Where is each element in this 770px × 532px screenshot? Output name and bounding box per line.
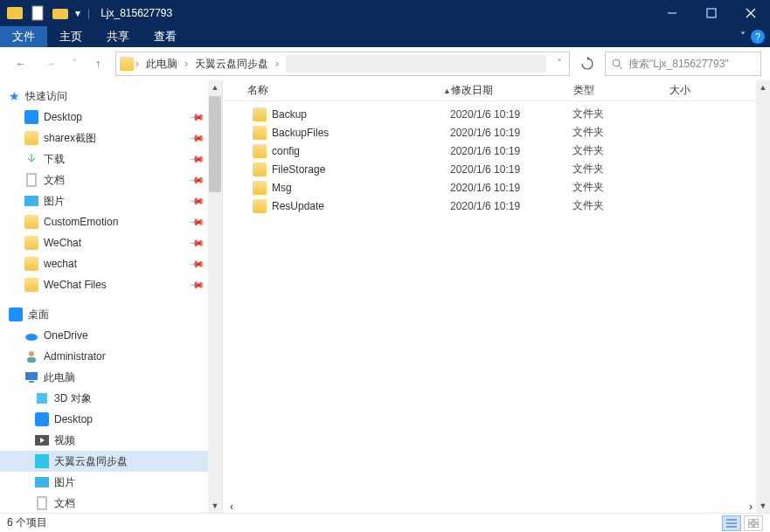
scroll-down-icon[interactable]: ▼ — [208, 499, 222, 513]
up-button[interactable]: ↑ — [86, 52, 110, 76]
tab-file[interactable]: 文件 — [0, 26, 47, 47]
title-separator: | — [87, 7, 90, 19]
back-button[interactable]: ← — [9, 52, 33, 76]
sidebar-item-label: Administrator — [44, 350, 106, 363]
sidebar-item[interactable]: 此电脑 — [0, 367, 222, 388]
navbar: ← → ˅ ↑ › 此电脑 › 天翼云盘同步盘 › ˅ 搜索"Ljx_81562… — [0, 47, 770, 80]
table-row[interactable]: BackupFiles 2020/1/6 10:19 文件夹 — [223, 123, 770, 142]
scroll-right-icon[interactable]: › — [749, 501, 753, 513]
sidebar-item-label: 视频 — [54, 433, 75, 448]
table-row[interactable]: ResUpdate 2020/1/6 10:19 文件夹 — [223, 197, 770, 215]
column-date[interactable]: 修改日期 — [451, 83, 573, 98]
help-icon[interactable]: ? — [751, 30, 765, 44]
file-type: 文件夹 — [572, 180, 669, 195]
svg-point-10 — [29, 351, 34, 356]
sidebar-item[interactable]: 文档 — [0, 493, 222, 513]
sidebar-item-label: 下载 — [44, 152, 65, 167]
svg-rect-11 — [27, 357, 36, 363]
scroll-left-icon[interactable]: ‹ — [226, 501, 237, 513]
ribbon-collapse-icon[interactable]: ˅ — [740, 31, 746, 43]
sidebar-item[interactable]: Desktop📌 — [0, 107, 222, 128]
sidebar-item-label: OneDrive — [44, 329, 88, 342]
chevron-right-icon[interactable]: › — [275, 58, 279, 70]
sidebar-scrollbar[interactable]: ▲ ▼ — [208, 80, 222, 513]
sidebar-item[interactable]: WeChat📌 — [0, 232, 222, 253]
folder-icon — [24, 236, 38, 250]
content-scrollbar[interactable]: ▲ ▼ — [756, 80, 770, 513]
breadcrumb[interactable]: 此电脑 — [141, 57, 183, 72]
svg-rect-19 — [38, 497, 46, 509]
address-bar[interactable]: › 此电脑 › 天翼云盘同步盘 › ˅ — [115, 52, 570, 76]
onedrive-icon — [24, 328, 38, 342]
view-icons-button[interactable] — [744, 515, 763, 531]
svg-rect-23 — [748, 519, 753, 522]
status-bar: 6 个项目 — [0, 513, 770, 532]
content-pane: 名称 ▲ 修改日期 类型 大小 Backup 2020/1/6 10:19 文件… — [223, 80, 770, 513]
tab-share[interactable]: 共享 — [94, 26, 142, 47]
svg-rect-25 — [748, 524, 753, 528]
folder-icon — [24, 215, 38, 229]
sidebar-item[interactable]: 视频 — [0, 430, 222, 451]
svg-line-6 — [619, 66, 622, 69]
sidebar-item[interactable]: 下载📌 — [0, 149, 222, 169]
view-details-button[interactable] — [722, 515, 741, 531]
sidebar-item[interactable]: 文档📌 — [0, 169, 222, 190]
qat-overflow-icon[interactable]: ▾ — [75, 7, 80, 19]
3d-icon — [35, 391, 49, 405]
table-row[interactable]: FileStorage 2020/1/6 10:19 文件夹 — [223, 160, 770, 178]
svg-point-5 — [613, 59, 620, 66]
file-date: 2020/1/6 10:19 — [450, 145, 572, 157]
file-date: 2020/1/6 10:19 — [450, 127, 572, 139]
sidebar: ★快速访问 Desktop📌sharex截图📌下载📌文档📌图片📌CustomEm… — [0, 80, 223, 513]
column-size[interactable]: 大小 — [669, 83, 739, 98]
address-dropdown-icon[interactable]: ˅ — [553, 58, 565, 70]
scroll-down-icon[interactable]: ▼ — [756, 499, 770, 513]
scroll-up-icon[interactable]: ▲ — [208, 80, 222, 94]
sidebar-item[interactable]: WeChat Files📌 — [0, 274, 222, 295]
scroll-thumb[interactable] — [209, 96, 221, 192]
recent-dropdown[interactable]: ˅ — [68, 52, 80, 76]
desktop-icon — [35, 412, 49, 426]
window-title: Ljx_815627793 — [101, 7, 172, 19]
breadcrumb[interactable]: 天翼云盘同步盘 — [190, 57, 274, 72]
file-date: 2020/1/6 10:19 — [450, 200, 572, 212]
column-name[interactable]: 名称 — [223, 83, 450, 98]
sidebar-item[interactable]: 3D 对象 — [0, 388, 222, 409]
maximize-button[interactable] — [691, 0, 731, 26]
svg-rect-0 — [7, 7, 23, 19]
sidebar-item[interactable]: 图片 — [0, 472, 222, 493]
table-row[interactable]: Backup 2020/1/6 10:19 文件夹 — [223, 105, 770, 123]
sidebar-item[interactable]: 图片📌 — [0, 190, 222, 211]
forward-button[interactable]: → — [38, 52, 63, 76]
sidebar-item[interactable]: CustomEmotion📌 — [0, 211, 222, 232]
scroll-up-icon[interactable]: ▲ — [756, 80, 770, 94]
sidebar-item-label: 文档 — [44, 173, 65, 188]
sidebar-item[interactable]: Desktop — [0, 409, 222, 430]
table-row[interactable]: Msg 2020/1/6 10:19 文件夹 — [223, 178, 770, 197]
close-button[interactable] — [731, 0, 770, 26]
refresh-button[interactable] — [575, 52, 600, 76]
chevron-right-icon[interactable]: › — [184, 58, 188, 70]
table-row[interactable]: config 2020/1/6 10:19 文件夹 — [223, 142, 770, 160]
sidebar-item-label: WeChat Files — [44, 279, 107, 291]
sidebar-item[interactable]: OneDrive — [0, 325, 222, 346]
tab-home[interactable]: 主页 — [47, 26, 94, 47]
sidebar-item[interactable]: sharex截图📌 — [0, 128, 222, 149]
pin-icon: 📌 — [188, 213, 205, 230]
doc-icon — [30, 5, 45, 21]
sidebar-item-desktop-root[interactable]: 桌面 — [0, 304, 222, 325]
documents-icon — [24, 173, 38, 187]
status-text: 6 个项目 — [7, 515, 47, 530]
sidebar-item[interactable]: wechat📌 — [0, 253, 222, 274]
minimize-button[interactable] — [652, 0, 691, 26]
column-type[interactable]: 类型 — [573, 83, 669, 98]
sidebar-item[interactable]: Administrator — [0, 346, 222, 367]
chevron-right-icon[interactable]: › — [135, 58, 139, 70]
file-name: ResUpdate — [272, 200, 324, 212]
pin-icon: 📌 — [188, 234, 205, 251]
search-input[interactable]: 搜索"Ljx_815627793" — [605, 52, 761, 76]
sidebar-item[interactable]: 天翼云盘同步盘 — [0, 451, 222, 472]
tab-view[interactable]: 查看 — [142, 26, 189, 47]
folder-icon — [253, 107, 267, 121]
sidebar-item-quickaccess[interactable]: ★快速访问 — [0, 86, 222, 107]
